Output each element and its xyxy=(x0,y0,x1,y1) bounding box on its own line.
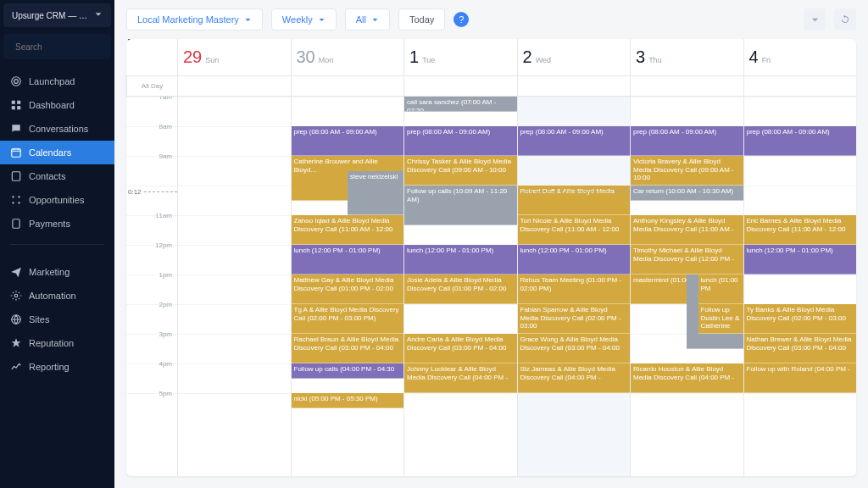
calendar-event[interactable]: Grace Wong & Allie Bloyd Media Discovery… xyxy=(518,334,631,363)
nav-item-payments[interactable]: Payments xyxy=(0,212,114,236)
nav-item-automation[interactable]: Automation xyxy=(0,284,114,308)
calendar: 29Sun30Mon1Tue2Wed3Thu4Fri All Day 7am8a… xyxy=(126,39,856,476)
day-label: Tue xyxy=(422,56,435,64)
calendar-event[interactable]: Rachael Braun & Allie Bloyd Media Discov… xyxy=(292,334,404,363)
calendar-event[interactable]: Follow up calls (10:09 AM - 11:20 AM) xyxy=(404,186,517,225)
view-filter[interactable]: Weekly xyxy=(271,8,337,30)
calendar-event[interactable]: Robert Duff & Allie Bloyd Media xyxy=(518,186,631,215)
svg-rect-2 xyxy=(12,101,15,104)
calendar-event[interactable]: prep (08:00 AM - 09:00 AM) xyxy=(292,126,404,156)
hour-label: 12pm xyxy=(155,241,172,249)
day-column[interactable]: prep (08:00 AM - 09:00 AM)Catherine Brou… xyxy=(291,97,404,476)
nav-item-dashboard[interactable]: Dashboard xyxy=(0,93,114,117)
help-icon[interactable]: ? xyxy=(453,12,469,27)
calendar-event[interactable]: Rebus Team Meeting (01:00 PM - 02:00 PM) xyxy=(518,274,631,304)
nav-label: Calendars xyxy=(29,147,71,158)
chevron-down-icon xyxy=(244,16,252,24)
nav-item-reporting[interactable]: Reporting xyxy=(0,355,114,379)
opp-icon xyxy=(10,194,22,206)
calendar-event[interactable]: Matthew Gay & Allie Bloyd Media Discover… xyxy=(292,274,404,304)
nav-label: Contacts xyxy=(29,171,65,181)
calendar-event[interactable]: Fabian Sparrow & Allie Bloyd Media Disco… xyxy=(518,304,631,334)
calendar-event[interactable]: Ty Banks & Allie Bloyd Media Discovery C… xyxy=(744,304,857,334)
now-label: 0:12 xyxy=(126,188,143,196)
calendar-event[interactable]: prep (08:00 AM - 09:00 AM) xyxy=(518,126,631,156)
type-filter[interactable]: All xyxy=(345,8,390,30)
day-header[interactable]: 3Thu xyxy=(630,39,743,75)
options-button[interactable] xyxy=(804,8,826,30)
nav-item-reputation[interactable]: Reputation xyxy=(0,331,114,355)
calendar-event[interactable]: Follow up with Roland (04:00 PM - xyxy=(744,363,857,393)
nav-item-launchpad[interactable]: Launchpad xyxy=(0,69,114,93)
calendar-event[interactable]: Zahoo Iqlad & Allie Bloyd Media Discover… xyxy=(292,215,404,245)
nav-item-sites[interactable]: Sites xyxy=(0,308,114,331)
hour-label: 9am xyxy=(159,152,172,160)
day-header[interactable]: 30Mon xyxy=(291,39,404,75)
svg-rect-7 xyxy=(12,172,19,181)
calendar-event[interactable]: call sara sanchez (07:00 AM - 07:30 xyxy=(404,97,517,112)
day-header[interactable]: 29Sun xyxy=(177,39,291,75)
calendar-event[interactable]: Andre Caria & Allie Bloyd Media Discover… xyxy=(404,334,517,363)
target-icon xyxy=(10,75,22,87)
calendar-event[interactable]: lunch (12:00 PM - 01:00 PM) xyxy=(292,245,404,274)
nav-item-contacts[interactable]: Contacts xyxy=(0,164,114,188)
calendar-event[interactable]: nicki (05:00 PM - 05:30 PM) xyxy=(292,393,404,408)
day-column[interactable]: prep (08:00 AM - 09:00 AM)Eric Barnes & … xyxy=(743,97,857,476)
day-header[interactable]: 4Fri xyxy=(743,39,857,75)
calendar-event[interactable]: lunch (12:00 PM - 01:00 PM) xyxy=(518,245,631,274)
today-button[interactable]: Today xyxy=(398,8,445,30)
chevron-down-icon xyxy=(371,16,379,24)
calendar-event[interactable]: prep (08:00 AM - 09:00 AM) xyxy=(744,126,857,156)
calendar-body[interactable]: 7am8am9am11am12pm1pm2pm3pm4pm5pm0:12prep… xyxy=(126,97,856,476)
search-input[interactable] xyxy=(15,42,123,52)
calendar-icon xyxy=(10,147,22,158)
svg-point-1 xyxy=(14,80,19,84)
calendar-event[interactable]: lunch (12:00 PM - 01:00 PM) xyxy=(744,245,857,274)
calendar-event[interactable]: Anthony Kingsley & Allie Bloyd Media Dis… xyxy=(631,215,743,245)
calendar-event[interactable]: Eric Barnes & Allie Bloyd Media Discover… xyxy=(744,215,857,245)
calendar-event[interactable]: Ricardo Houston & Allie Bloyd Media Disc… xyxy=(631,363,743,393)
day-column[interactable] xyxy=(177,97,291,476)
nav-item-opportunities[interactable]: Opportunities xyxy=(0,188,114,212)
day-header[interactable]: 2Wed xyxy=(517,39,631,75)
calendar-event[interactable]: Johnny Locklear & Allie Bloyd Media Disc… xyxy=(404,363,517,393)
hour-label: 8am xyxy=(159,123,172,130)
calendar-event[interactable]: Car return (10:00 AM - 10:30 AM) xyxy=(631,186,743,201)
calendar-event[interactable]: Timothy Michael & Allie Bloyd Media Disc… xyxy=(631,245,743,274)
chat-icon xyxy=(10,123,22,135)
day-label: Sun xyxy=(205,56,219,64)
nav-item-marketing[interactable]: Marketing xyxy=(0,260,114,284)
calendar-event[interactable]: steve neldzelski xyxy=(348,171,403,216)
calendar-event[interactable]: prep (08:00 AM - 09:00 AM) xyxy=(631,126,743,156)
calendar-event[interactable]: Tg A & Allie Bloyd Media Discovery Call … xyxy=(292,304,404,334)
calendar-event[interactable]: Tori Nicole & Allie Bloyd Media Discover… xyxy=(518,215,631,245)
calendar-event[interactable]: Josie Adela & Allie Bloyd Media Discover… xyxy=(404,274,517,304)
hour-label: 4pm xyxy=(159,360,172,368)
calendar-event[interactable]: lunch (01:00 PM xyxy=(698,274,743,304)
calendar-event[interactable]: Victoria Bravery & Allie Bloyd Media Dis… xyxy=(631,156,743,186)
calendar-event[interactable]: Follow up calls (04:00 PM - 04:30 xyxy=(292,363,404,379)
day-column[interactable]: call sara sanchez (07:00 AM - 07:30prep … xyxy=(403,97,517,476)
calendar-event[interactable]: prep (08:00 AM - 09:00 AM) xyxy=(404,126,517,156)
day-header[interactable]: 1Tue xyxy=(403,39,517,75)
calendar-event[interactable]: Follow up Dustin Lee & Catherine xyxy=(698,304,743,334)
calendar-event[interactable]: Nathan Brewer & Allie Bloyd Media Discov… xyxy=(744,334,857,363)
day-column[interactable]: prep (08:00 AM - 09:00 AM)Robert Duff & … xyxy=(517,97,631,476)
nav-item-calendars[interactable]: Calendars xyxy=(0,141,114,164)
calendar-event[interactable]: Chrissy Tasker & Allie Bloyd Media Disco… xyxy=(404,156,517,186)
nav-item-conversations[interactable]: Conversations xyxy=(0,117,114,141)
search-bar[interactable]: ctrl K + xyxy=(3,34,111,59)
refresh-button[interactable] xyxy=(834,8,856,30)
day-label: Mon xyxy=(319,56,334,64)
calendar-event[interactable]: Stz Jameas & Allie Bloyd Media Discovery… xyxy=(518,363,631,393)
svg-point-0 xyxy=(12,77,21,86)
calendar-filter[interactable]: Local Marketing Mastery xyxy=(126,8,263,30)
day-column[interactable]: prep (08:00 AM - 09:00 AM)Victoria Brave… xyxy=(630,97,743,476)
nav-label: Automation xyxy=(29,291,76,301)
day-label: Wed xyxy=(536,56,551,64)
workspace-switcher[interactable]: Upsurge CRM — Los Ang... xyxy=(3,3,111,27)
calendar-event[interactable]: lunch (12:00 PM - 01:00 PM) xyxy=(404,245,517,274)
allday-label: All Day xyxy=(126,76,177,96)
svg-rect-6 xyxy=(12,149,21,157)
day-number: 2 xyxy=(523,47,532,66)
